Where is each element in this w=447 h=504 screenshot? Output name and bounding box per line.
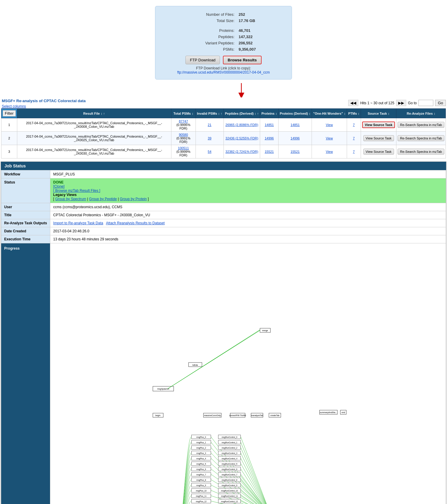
num-files-value: 252 bbox=[237, 12, 282, 17]
ptms-link[interactable]: 7 bbox=[353, 136, 355, 140]
invalid-psms-link[interactable]: 39 bbox=[208, 136, 211, 140]
svg-line-14 bbox=[240, 437, 271, 504]
row-total-psms: 87747(0.9995% FDR) bbox=[171, 118, 196, 132]
filter-button[interactable]: Filter bbox=[3, 110, 16, 116]
total-psms-link[interactable]: 87747 bbox=[179, 119, 188, 123]
svg-text:msgPlus_12: msgPlus_12 bbox=[196, 500, 207, 503]
row-source-task: View Source Task bbox=[361, 145, 396, 158]
node-msgRunControl_6: msgRunControl_6 bbox=[218, 467, 240, 471]
view-source-task-button[interactable]: View Source Task bbox=[363, 149, 394, 155]
ftp-link-url[interactable]: ftp://massive.ucsd.edu/RMSV000000004/201… bbox=[177, 70, 270, 74]
one-hit-wonders-link[interactable]: View bbox=[326, 150, 333, 153]
ftp-link-label: FTP Download Link (click to copy): bbox=[196, 66, 251, 70]
view-source-task-button[interactable]: View Source Task bbox=[363, 135, 394, 141]
browse-results-button[interactable]: Browse Results bbox=[223, 56, 262, 64]
row-reanalyze: Re-Search Spectra in mzTab bbox=[396, 145, 446, 158]
total-psms-link[interactable]: 100511 bbox=[178, 146, 189, 150]
merge-node-label: merge bbox=[262, 329, 268, 332]
proteins-derived-link[interactable]: 14851 bbox=[290, 123, 300, 127]
svg-text:createTab: createTab bbox=[270, 414, 279, 416]
progress-label-cell: Progress bbox=[1, 243, 50, 504]
svg-text:begin: begin bbox=[155, 414, 160, 417]
group-spectrum-link[interactable]: Group by Spectrum bbox=[55, 197, 86, 201]
nav-row: ◀◀ Hits 1 ~ 30 out of 125 ▶▶ Go to Go bbox=[348, 99, 446, 107]
svg-text:msgRunControl_2: msgRunControl_2 bbox=[222, 447, 237, 449]
reanalyze-button[interactable]: Re-Search Spectra in mzTab bbox=[398, 122, 444, 128]
ptms-link[interactable]: 7 bbox=[353, 150, 355, 153]
row-peptides: 26965 (2.8086% FDR) bbox=[224, 118, 260, 132]
row-num: 3 bbox=[1, 145, 17, 158]
total-psms-link[interactable]: 90580 bbox=[179, 133, 188, 136]
proteins-link[interactable]: 15521 bbox=[265, 150, 274, 153]
group-protein-link[interactable]: Group by Protein bbox=[120, 197, 147, 201]
status-browse-link[interactable]: [ Browse mzTab Result Files ] bbox=[53, 189, 100, 193]
next-page-button[interactable]: ▶▶ bbox=[396, 100, 406, 106]
status-clone-link[interactable]: [Clone] bbox=[53, 184, 65, 189]
date-value: 2017-03-04 20:46:26.0 bbox=[50, 227, 446, 235]
svg-text:msgPlus_5: msgPlus_5 bbox=[196, 463, 206, 465]
row-ptms: 7 bbox=[347, 145, 361, 158]
proteins-link[interactable]: 14996 bbox=[265, 136, 274, 140]
reanalyze-label: Re-Analyze Task Outputs bbox=[1, 219, 50, 227]
row-total-psms: 90580(0.9991% FDR) bbox=[171, 132, 196, 145]
row-invalid-psms: 39 bbox=[196, 132, 224, 145]
proteins-link[interactable]: 14851 bbox=[265, 123, 274, 127]
node-msgPlus_6: msgPlus_6 bbox=[191, 467, 211, 471]
row-one-hit-wonders: View bbox=[312, 145, 347, 158]
svg-text:msgRunControl_9: msgRunControl_9 bbox=[222, 484, 237, 487]
select-columns-link[interactable]: Select columns bbox=[1, 104, 26, 109]
user-label: User bbox=[1, 203, 50, 211]
attach-reanalysis-link[interactable]: Attach Reanalysis Results to Dataset bbox=[106, 221, 165, 225]
peptides-link[interactable]: 26965 (2.8086% FDR) bbox=[226, 123, 258, 127]
node-msgPlus_5: msgPlus_5 bbox=[191, 462, 211, 466]
svg-text:summaryAndSta...: summaryAndSta... bbox=[320, 411, 337, 414]
row-file-path: 2017-04-04_ccms_7a36f721/ccms_result/mzT… bbox=[17, 145, 171, 158]
node-msgRunControl_3: msgRunControl_3 bbox=[218, 451, 240, 455]
peptides-link[interactable]: 32382 (2.7241% FDR) bbox=[226, 150, 258, 153]
svg-text:msgPlus_9: msgPlus_9 bbox=[196, 484, 206, 487]
view-source-task-button[interactable]: View Source Task bbox=[362, 122, 395, 128]
proteins-derived-link[interactable]: 15521 bbox=[290, 150, 300, 153]
reanalyze-button[interactable]: Re-Search Spectra in mzTab bbox=[398, 149, 444, 155]
legacy-links: [ Group by Spectrum | Group by Peptide |… bbox=[53, 197, 149, 201]
svg-text:msgPlus_6: msgPlus_6 bbox=[196, 468, 206, 471]
reanalyze-button[interactable]: Re-Search Spectra in mzTab bbox=[398, 135, 444, 141]
invalid-psms-link[interactable]: 21 bbox=[208, 123, 211, 127]
row-peptides: 32436 (2.5255% FDR) bbox=[224, 132, 260, 145]
first-page-button[interactable]: ◀◀ bbox=[348, 100, 358, 106]
goto-input[interactable] bbox=[418, 100, 433, 106]
job-status-panel: Job Status Workflow MSGF_PLUS Status DON… bbox=[1, 161, 446, 504]
ptms-link[interactable]: 7 bbox=[353, 123, 355, 127]
psms-value: 9,356,007 bbox=[237, 46, 282, 52]
status-label: Status bbox=[1, 178, 50, 203]
row-proteins: 14996 bbox=[260, 132, 279, 145]
invalid-psms-link[interactable]: 54 bbox=[208, 150, 211, 153]
exec-value: 13 days 23 hours 48 minutes 29 seconds bbox=[50, 235, 446, 243]
legacy-label: Legacy Views bbox=[53, 193, 77, 197]
svg-text:convertFW-TtoWe: convertFW-TtoWe bbox=[229, 414, 246, 416]
total-size-value: 17.76 GB bbox=[237, 18, 282, 24]
svg-text:msgRunControl_1: msgRunControl_1 bbox=[222, 441, 237, 444]
import-reanalyze-link[interactable]: Import to Re-analyze Task Data bbox=[53, 221, 103, 225]
node-msgPlus_8: msgPlus_8 bbox=[191, 478, 211, 482]
row-one-hit-wonders: View bbox=[312, 118, 347, 132]
workflow-graph: msgSpawner toEda // We'll use JS to rend… bbox=[50, 243, 446, 428]
col-reanalyze: Re-Analyze Files ↕ bbox=[396, 109, 446, 118]
proteins-derived-link[interactable]: 14996 bbox=[290, 136, 300, 140]
svg-text:msgPlus_0: msgPlus_0 bbox=[196, 436, 206, 438]
ftp-download-button[interactable]: FTP Download bbox=[185, 56, 220, 64]
node-msgPlus_12: msgPlus_12 bbox=[191, 499, 211, 503]
one-hit-wonders-link[interactable]: View bbox=[326, 123, 333, 127]
go-button[interactable]: Go bbox=[435, 100, 446, 106]
progress-graph-cell: msgSpawner toEda // We'll use JS to rend… bbox=[50, 243, 446, 504]
peptides-link[interactable]: 32436 (2.5255% FDR) bbox=[226, 136, 258, 140]
node-msgRunControl_4: msgRunControl_4 bbox=[218, 456, 240, 460]
title-value: CPTAC Colorectal Proteomics - MSGF+ - JX… bbox=[50, 211, 446, 219]
svg-text:msgPlus_1: msgPlus_1 bbox=[196, 441, 206, 444]
one-hit-wonders-link[interactable]: View bbox=[326, 136, 333, 140]
svg-text:reanalyzeTab: reanalyzeTab bbox=[251, 414, 263, 417]
group-peptide-link[interactable]: Group by Peptide bbox=[89, 197, 117, 201]
node-msgRunControl_1: msgRunControl_1 bbox=[218, 440, 240, 444]
svg-line-13 bbox=[168, 330, 260, 389]
num-files-label: Number of Files: bbox=[165, 12, 236, 17]
